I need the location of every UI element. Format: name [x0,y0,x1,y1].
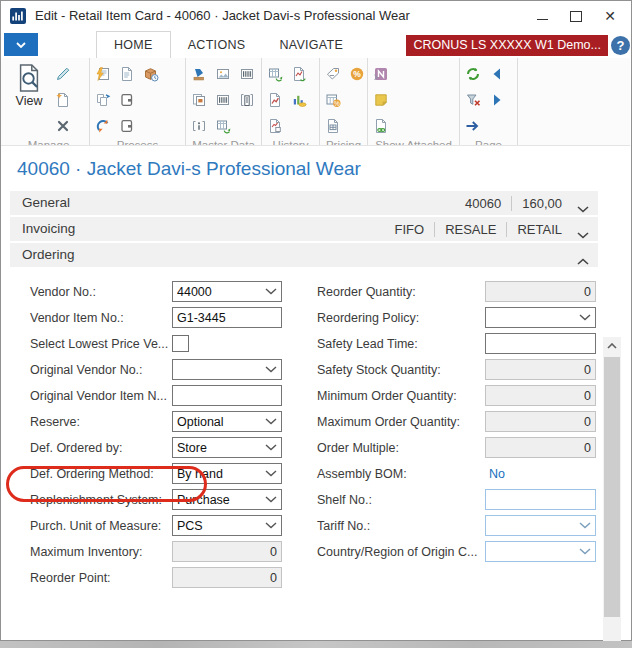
chevron-down-icon[interactable] [265,444,277,451]
card-file-icon[interactable] [119,118,143,135]
delete-x-icon[interactable] [55,118,79,135]
input-vendor-item-no[interactable]: G1-3445 [172,307,282,328]
previous-icon[interactable] [489,66,513,83]
input-safety-lead-time[interactable] [485,333,596,354]
chevron-down-icon[interactable] [577,199,589,217]
close-icon: ✕ [604,9,616,23]
ribbon-group-page: Page [460,58,518,145]
new-document-icon[interactable] [55,92,79,109]
input-original-vendor-item-n[interactable] [172,385,282,406]
chevron-down-icon [16,42,26,48]
help-icon[interactable]: ? [611,36,630,55]
input-value: G1-3445 [177,311,277,325]
fasttab-header-ordering[interactable]: Ordering [10,243,598,267]
input-reserve[interactable]: Optional [172,411,282,432]
refresh-c-icon[interactable] [95,118,119,135]
worksheet-lightning-icon[interactable] [95,66,119,83]
chart-square-doc-icon[interactable] [267,118,291,135]
chevron-down-icon[interactable] [265,522,277,529]
field-label: Maximum Inventory: [30,545,143,559]
input-original-vendor-no[interactable] [172,359,282,380]
brackets-info-icon[interactable] [191,118,215,135]
chevron-up-icon[interactable] [577,251,589,269]
input-def-ordered-by[interactable]: Store [172,437,282,458]
document-chart-refresh-icon[interactable] [291,66,315,83]
bar-chart-coins-icon[interactable] [291,92,315,109]
table-percent-icon[interactable]: % [325,92,349,109]
goto-icon[interactable] [465,118,489,135]
field-label: Original Vendor Item N... [30,389,167,403]
input-tariff-no[interactable] [485,515,596,536]
input-vendor-no[interactable]: 44000 [172,281,282,302]
input-value: Store [177,441,265,455]
field-label: Country/Region of Origin C... [317,545,478,559]
chevron-down-icon[interactable] [579,522,591,529]
onenote-icon[interactable] [373,66,397,83]
card-file-icon[interactable] [119,92,143,109]
fasttab-header-invoicing[interactable]: InvoicingFIFORESALERETAIL [10,217,598,241]
document-lines-icon[interactable] [119,66,143,83]
scroll-up-icon[interactable] [603,337,621,354]
barcode-icon[interactable] [239,66,263,83]
copy-pages-icon[interactable] [95,92,119,109]
field-row-reorder-point: Reorder Point:0 [30,567,283,588]
fasttab-header-general[interactable]: General40060160,00 [10,191,598,215]
link-assembly-bom[interactable]: No [489,467,505,481]
barcode-icon[interactable] [215,92,239,109]
close-button[interactable]: ✕ [593,3,627,29]
item-box-clock-icon[interactable] [143,66,167,83]
input-reorder-quantity: 0 [485,281,596,302]
chevron-down-icon[interactable] [265,288,277,295]
minimize-button[interactable] [525,3,559,29]
field-row-original-vendor-item-n: Original Vendor Item N... [30,385,283,406]
chevron-down-icon[interactable] [265,366,277,373]
field-label: Assembly BOM: [317,467,407,481]
refresh-green-icon[interactable] [465,66,489,83]
input-shelf-no[interactable] [485,489,596,510]
input-reordering-policy[interactable] [485,307,596,328]
tab-strip: HOMEACTIONSNAVIGATE CRONUS LS XXXXX W1 D… [1,31,631,58]
chevron-down-icon[interactable] [265,470,277,477]
copy-item-icon[interactable] [191,92,215,109]
maximize-button[interactable] [559,3,593,29]
checkbox-select-lowest-price-ve[interactable] [172,335,189,352]
input-country-region-of-origin-c[interactable] [485,541,596,562]
field-row-vendor-item-no: Vendor Item No.:G1-3445 [30,307,283,328]
vertical-scrollbar[interactable] [603,337,621,648]
tab-home[interactable]: HOME [96,31,171,58]
field-row-country-region-of-origin-c: Country/Region of Origin C... [317,541,599,562]
input-value: 0 [177,545,277,559]
view-button[interactable]: View [8,61,50,139]
company-badge[interactable]: CRONUS LS XXXXX W1 Demo... [406,35,608,56]
picture-icon[interactable] [215,66,239,83]
table-refresh-icon[interactable] [267,66,291,83]
price-tag-icon[interactable] [325,66,349,83]
document-link-icon[interactable] [373,118,397,135]
chevron-down-icon[interactable] [265,418,277,425]
chevron-down-icon[interactable] [577,225,589,243]
field-row-maximum-order-quantity: Maximum Order Quantity:0 [317,411,599,432]
scrollbar-thumb[interactable] [604,357,620,617]
tab-navigate[interactable]: NAVIGATE [262,32,360,58]
fasttab-summary-values: FIFORESALERETAIL [395,217,562,241]
chevron-down-icon[interactable] [579,314,591,321]
input-value: PCS [177,519,265,533]
input-purch-unit-of-measure[interactable]: PCS [172,515,282,536]
building-icon[interactable] [239,92,263,109]
field-row-safety-lead-time: Safety Lead Time: [317,333,599,354]
line-chart-doc-icon[interactable] [267,92,291,109]
tab-actions[interactable]: ACTIONS [171,32,263,58]
item-measure-icon[interactable] [191,66,215,83]
document-table-icon[interactable] [325,118,349,135]
table-refresh-icon[interactable] [215,118,239,135]
sticky-note-icon[interactable] [373,92,397,109]
application-menu-button[interactable] [4,33,38,56]
clear-filter-icon[interactable] [465,92,489,109]
input-value: 0 [490,363,591,377]
next-icon[interactable] [489,92,513,109]
chevron-down-icon[interactable] [579,548,591,555]
chevron-down-icon[interactable] [265,496,277,503]
title-bar: Edit - Retail Item Card - 40060 · Jacket… [1,1,631,31]
field-label: Minimum Order Quantity: [317,389,457,403]
edit-pencil-icon[interactable] [55,66,79,83]
